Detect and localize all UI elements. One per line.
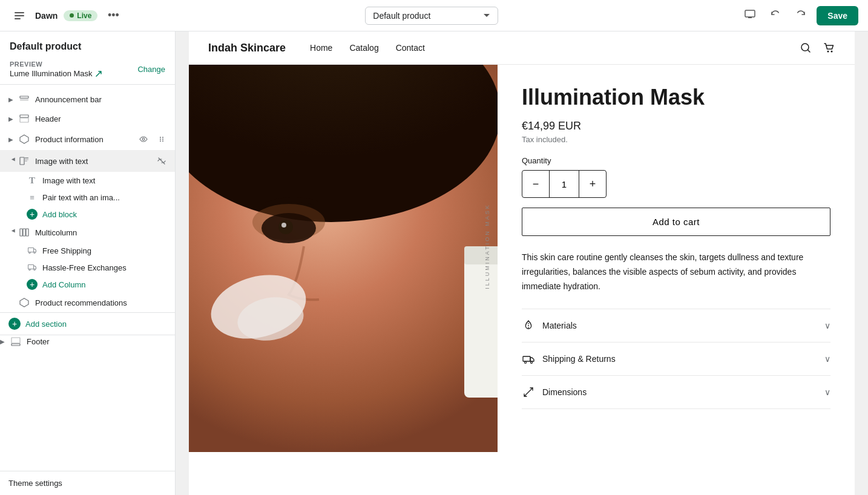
svg-rect-46 (464, 246, 498, 264)
svg-point-36 (831, 51, 833, 53)
multicolumn-icon (18, 226, 30, 238)
topbar-center: Default product (130, 7, 733, 25)
svg-rect-33 (12, 344, 20, 346)
change-button[interactable]: Change (137, 65, 165, 74)
tax-note: Tax included. (522, 135, 830, 144)
svg-rect-6 (20, 99, 28, 99)
store-nav: Home Catalog Contact (310, 43, 425, 53)
svg-rect-24 (26, 229, 28, 236)
heading-block-icon: T (27, 175, 38, 186)
device-toggle-button[interactable] (740, 6, 760, 25)
sidebar: Default product PREVIEW Lume Illuminatio… (0, 31, 176, 495)
accordion-dimensions[interactable]: Dimensions ∨ (522, 375, 830, 409)
product-description: This skin care routine gently cleanses t… (522, 251, 830, 293)
sidebar-item-product-information[interactable]: ▶ Product information (0, 128, 175, 150)
image-text-hidden-btn[interactable] (154, 154, 169, 168)
svg-rect-32 (12, 338, 20, 343)
svg-rect-8 (20, 115, 28, 117)
nav-catalog[interactable]: Catalog (349, 43, 378, 53)
add-to-cart-button[interactable]: Add to cart (522, 208, 830, 236)
sidebar-item-image-text-label: Image with text (35, 157, 154, 166)
svg-rect-5 (20, 96, 28, 98)
add-block-icon: + (27, 209, 38, 220)
more-options-button[interactable]: ••• (104, 6, 123, 25)
nav-home[interactable]: Home (310, 43, 332, 53)
live-dot (70, 13, 74, 18)
sidebar-item-image-with-text[interactable]: ▼ Image with text (0, 150, 175, 172)
preview-frame: Indah Skincare Home Catalog Contact (189, 31, 855, 495)
section-arrow-announcement: ▶ (8, 96, 18, 103)
product-accordions: Materials ∨ Shipping & Returns ∨ (522, 309, 830, 409)
accordion-shipping[interactable]: Shipping & Returns ∨ (522, 342, 830, 375)
sub-item-image-with-text-heading[interactable]: T Image with text (0, 172, 175, 189)
store-header: Indah Skincare Home Catalog Contact (189, 31, 855, 65)
add-section-icon: + (8, 318, 21, 330)
preview-area: Indah Skincare Home Catalog Contact (176, 31, 868, 495)
svg-marker-31 (20, 298, 28, 307)
main-layout: Default product PREVIEW Lume Illuminatio… (0, 31, 868, 495)
svg-point-50 (531, 361, 533, 363)
add-block-button[interactable]: + Add block (0, 206, 175, 223)
product-select[interactable]: Default product (365, 7, 498, 25)
sub-item-hassle-free[interactable]: Hassle-Free Exchanges (0, 259, 175, 276)
sidebar-item-footer-label: Footer (27, 337, 175, 346)
product-price: €14,99 EUR (522, 120, 830, 133)
preview-value: Lume Illumination Mask (10, 69, 93, 78)
preview-label: PREVIEW (10, 61, 102, 68)
text-block-icon: ≡ (27, 192, 38, 203)
sidebar-item-product-recommendations[interactable]: ▶ Product recommendations (0, 293, 175, 312)
svg-rect-1 (15, 15, 24, 16)
accordion-shipping-label: Shipping & Returns (542, 354, 824, 364)
sub-item-image-with-text-body[interactable]: ≡ Pair text with an ima... (0, 189, 175, 206)
sidebar-item-announcement-bar[interactable]: ▶ Announcement bar (0, 90, 175, 109)
svg-point-27 (34, 252, 35, 253)
product-image: ILLUMINATION MASK (189, 65, 498, 452)
search-icon[interactable] (799, 41, 812, 54)
product-info-visibility-btn[interactable] (136, 132, 151, 146)
sidebar-item-recommendations-label: Product recommendations (35, 298, 169, 307)
svg-rect-23 (23, 229, 25, 236)
materials-icon (522, 319, 535, 332)
quantity-label: Quantity (522, 156, 830, 165)
svg-rect-45 (464, 246, 498, 398)
quantity-decrease-button[interactable]: − (522, 171, 549, 197)
accordion-materials[interactable]: Materials ∨ (522, 309, 830, 342)
svg-point-26 (29, 252, 30, 253)
sidebar-item-footer[interactable]: ▶ Footer (0, 335, 175, 347)
svg-point-41 (278, 220, 293, 234)
svg-rect-19 (25, 157, 28, 159)
add-column-icon: + (27, 279, 38, 290)
sidebar-item-header-label: Header (35, 114, 169, 123)
nav-contact[interactable]: Contact (396, 43, 425, 53)
add-column-label: Add Column (42, 280, 86, 289)
sidebar-item-multicolumn[interactable]: ▼ Multicolumn (0, 223, 175, 242)
sidebar-item-header[interactable]: ▶ Header (0, 109, 175, 128)
sidebar-sections: ▶ Announcement bar ▶ Header ▶ (0, 85, 175, 471)
product-info-icon (18, 133, 30, 145)
svg-point-49 (525, 361, 527, 363)
free-shipping-icon (27, 245, 38, 256)
quantity-control: − 1 + (522, 170, 607, 198)
topbar-right: Save (740, 6, 858, 25)
announcement-icon (18, 93, 30, 105)
svg-rect-4 (748, 17, 752, 18)
quantity-increase-button[interactable]: + (579, 171, 606, 197)
theme-settings-button[interactable]: Theme settings (0, 471, 175, 495)
redo-button[interactable] (791, 6, 810, 25)
undo-button[interactable] (766, 6, 785, 25)
add-section-button[interactable]: + Add section (0, 312, 175, 335)
back-button[interactable] (10, 6, 29, 25)
add-column-button[interactable]: + Add Column (0, 276, 175, 293)
store-logo: Indah Skincare (208, 42, 286, 54)
section-arrow-footer: ▶ (0, 338, 10, 345)
cart-icon[interactable] (822, 41, 835, 54)
save-button[interactable]: Save (817, 6, 858, 25)
sub-item-free-shipping[interactable]: Free Shipping (0, 242, 175, 259)
product-info-drag-btn[interactable] (154, 132, 169, 146)
svg-rect-9 (20, 118, 28, 122)
svg-point-12 (160, 137, 161, 138)
product-section: ILLUMINATION MASK Illumination Mask €14,… (189, 65, 855, 452)
sub-label-image-text-body: Pair text with an ima... (42, 193, 120, 202)
svg-rect-48 (523, 356, 530, 361)
svg-rect-20 (25, 159, 28, 160)
